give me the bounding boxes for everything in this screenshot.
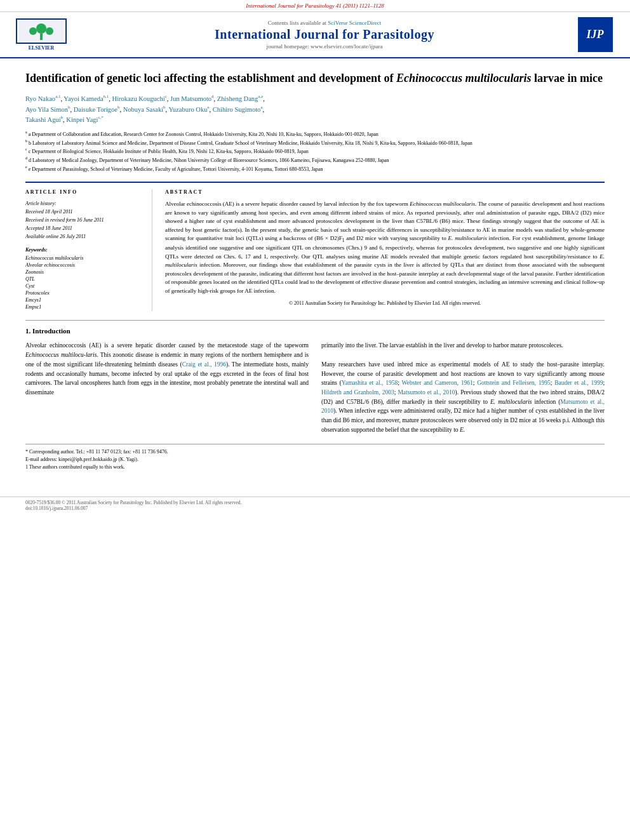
affiliation-e: e e Department of Parasitology, School o… xyxy=(25,164,605,173)
affiliation-b: b b Laboratory of Laboratory Animal Scie… xyxy=(25,138,605,147)
affiliation-a: a a Department of Collaboration and Educ… xyxy=(25,130,605,138)
keyword-6: Protoscolex xyxy=(25,290,143,296)
accepted-date: Accepted 18 June 2011 xyxy=(25,225,143,233)
webster-ref[interactable]: Webster and Cameron, 1961 xyxy=(402,380,473,386)
journal-center-info: Contents lists available at SciVerse Sci… xyxy=(76,20,573,50)
svg-point-4 xyxy=(46,27,53,35)
affiliation-d: d d Laboratory of Medical Zoology, Depar… xyxy=(25,156,605,164)
abstract-text: Alveolar echinococcosis (AE) is a severe… xyxy=(165,200,605,295)
elsevier-tree-icon xyxy=(19,20,64,43)
keywords-section: Keywords: Echinococcus multilocularis Al… xyxy=(25,247,143,310)
intro-heading: 1. Introduction xyxy=(25,327,605,335)
received-date: Received 18 April 2011 xyxy=(25,208,143,217)
hildreth-ref[interactable]: Hildreth and Granholm, 2003 xyxy=(321,389,394,396)
article-info-label: ARTICLE INFO xyxy=(25,189,143,195)
keyword-4: QTL xyxy=(25,276,143,282)
homepage-line: journal homepage: www.elsevier.com/locat… xyxy=(76,43,573,50)
affiliation-c: c c Department of Biological Science, Ho… xyxy=(25,147,605,156)
available-date: Available online 26 July 2011 xyxy=(25,233,143,241)
intro-text-col2: primarily into the liver. The larvae est… xyxy=(321,341,605,434)
footnote-email: E-mail address: kinpei@iph.pref.hokkaido… xyxy=(25,456,605,463)
elsevier-logo-box xyxy=(16,18,67,44)
journal-ref-text: International Journal for Parasitology 4… xyxy=(246,3,384,9)
svg-point-3 xyxy=(29,27,37,35)
journal-reference-bar: International Journal for Parasitology 4… xyxy=(0,0,630,12)
abstract-label: ABSTRACT xyxy=(165,189,605,195)
article-title: Identification of genetic loci affecting… xyxy=(25,71,605,86)
matsumoto-ref[interactable]: Matsumoto et al., 2010 xyxy=(398,389,455,396)
footnotes: * Corresponding author. Tel.: +81 11 747… xyxy=(25,444,605,471)
yamashita-ref[interactable]: Yamashita et al., 1958 xyxy=(342,380,398,386)
bauder-ref[interactable]: Bauder et al., 1999 xyxy=(554,380,603,386)
keyword-5: Cyst xyxy=(25,283,143,289)
abstract-copyright: © 2011 Australian Society for Parasitolo… xyxy=(165,300,605,306)
keywords-label: Keywords: xyxy=(25,247,143,253)
keyword-2: Alveolar echinococcosis xyxy=(25,262,143,268)
article-info-abstract-section: ARTICLE INFO Article history: Received 1… xyxy=(25,189,605,311)
history-label: Article history: xyxy=(25,200,143,208)
matsumoto2010-ref[interactable]: Matsumoto et al., 2010 xyxy=(321,399,605,415)
section-divider xyxy=(25,182,605,183)
footer-license: 0020-7519/$36.00 © 2011 Australian Socie… xyxy=(25,500,605,505)
intro-two-col: Alveolar echinococcosis (AE) is a severe… xyxy=(25,341,605,434)
article-history: Article history: Received 18 April 2011 … xyxy=(25,200,143,241)
ijp-badge: IJP xyxy=(578,17,613,52)
keyword-1: Echinococcus multilocularis xyxy=(25,255,143,261)
article-content: Identification of genetic loci affecting… xyxy=(0,58,630,484)
keyword-8: Empsc1 xyxy=(25,304,143,310)
keyword-7: Emcys1 xyxy=(25,297,143,303)
abstract-column: ABSTRACT Alveolar echinococcosis (AE) is… xyxy=(165,189,605,311)
authors: Ryo Nakaoa,1, Yayoi Kamedab,1, Hirokazu … xyxy=(25,93,605,124)
sciverse-link[interactable]: SciVerse ScienceDirect xyxy=(328,20,381,26)
svg-point-2 xyxy=(36,23,46,34)
affiliations: a a Department of Collaboration and Educ… xyxy=(25,130,605,173)
craig-ref-link[interactable]: Craig et al., 1996 xyxy=(182,361,226,368)
intro-col1: Alveolar echinococcosis (AE) is a severe… xyxy=(25,341,309,434)
bottom-footer: 0020-7519/$36.00 © 2011 Australian Socie… xyxy=(0,497,630,514)
sciverse-line: Contents lists available at SciVerse Sci… xyxy=(76,20,573,26)
article-title-italic: Echinococcus multilocularis xyxy=(396,72,532,84)
svg-rect-1 xyxy=(40,34,43,40)
introduction-section: 1. Introduction Alveolar echinococcosis … xyxy=(25,327,605,434)
gottstein-ref[interactable]: Gottstein and Felleisen, 1995 xyxy=(477,380,551,386)
footer-doi: doi:10.1016/j.ijpara.2011.06.007 xyxy=(25,505,605,511)
revised-date: Received in revised form 16 June 2011 xyxy=(25,217,143,225)
footnote-equal: 1 These authors contributed equally to t… xyxy=(25,463,605,471)
intro-col2: primarily into the liver. The larvae est… xyxy=(321,341,605,434)
keyword-3: Zoonosis xyxy=(25,269,143,275)
intro-text-col1: Alveolar echinococcosis (AE) is a severe… xyxy=(25,341,309,397)
article-info-column: ARTICLE INFO Article history: Received 1… xyxy=(25,189,152,311)
ijp-logo: IJP xyxy=(573,17,617,52)
elsevier-label: ELSEVIER xyxy=(29,45,54,51)
content-divider xyxy=(25,320,605,321)
journal-title: International Journal for Parasitology xyxy=(76,27,573,42)
journal-header: ELSEVIER Contents lists available at Sci… xyxy=(0,12,630,58)
elsevier-logo: ELSEVIER xyxy=(13,18,70,51)
footnote-corresponding: * Corresponding author. Tel.: +81 11 747… xyxy=(25,448,605,456)
